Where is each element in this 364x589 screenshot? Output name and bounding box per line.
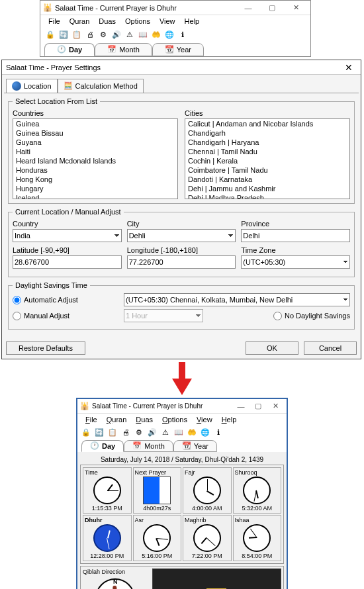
cell-value: 5:16:00 PM bbox=[142, 553, 172, 559]
list-item[interactable]: Dehi | Jammu and Kashmir bbox=[185, 184, 349, 193]
list-item[interactable]: Iceland bbox=[13, 193, 177, 199]
list-item[interactable]: Chandigarh | Haryana bbox=[185, 138, 349, 147]
book-icon[interactable]: 📖 bbox=[137, 28, 149, 40]
menu-options-2[interactable]: Options bbox=[158, 415, 191, 424]
info-icon-2[interactable]: ℹ bbox=[212, 426, 224, 438]
countries-listbox[interactable]: GuineaGuinea BissauGuyanaHaitiHeard Isla… bbox=[13, 118, 178, 199]
menu-duas-2[interactable]: Duas bbox=[132, 415, 157, 424]
province-input[interactable] bbox=[241, 229, 350, 242]
dst-none-radio-label[interactable]: No Daylight Savings bbox=[273, 312, 350, 320]
titlebar: 🕌 Salaat Time - Current Prayer is Dhuhr … bbox=[40, 1, 310, 15]
print-icon[interactable]: 🖨 bbox=[84, 28, 96, 40]
tab-month-2[interactable]: 📅Month bbox=[124, 440, 173, 452]
country-select[interactable]: India bbox=[13, 229, 122, 242]
list-item[interactable]: Cochin | Kerala bbox=[185, 156, 349, 165]
timezone-select[interactable]: (UTC+05:30) bbox=[241, 255, 350, 269]
tab-year[interactable]: 📆Year bbox=[152, 43, 204, 56]
globe-icon[interactable]: 🌐 bbox=[163, 28, 175, 40]
list-item[interactable]: Dandoti | Karnataka bbox=[185, 175, 349, 184]
list-item[interactable]: Hong Kong bbox=[13, 175, 177, 184]
minimize-button-2[interactable]: — bbox=[232, 400, 250, 413]
tab-day[interactable]: 🕐Day bbox=[44, 43, 95, 56]
restore-defaults-button[interactable]: Restore Defaults bbox=[6, 341, 85, 355]
refresh-icon[interactable]: 🔄 bbox=[58, 28, 69, 40]
list-item[interactable]: Hungary bbox=[13, 184, 177, 193]
list-item[interactable]: Honduras bbox=[13, 165, 177, 175]
menu-help-2[interactable]: Help bbox=[218, 415, 241, 424]
close-button[interactable]: ✕ bbox=[284, 1, 308, 15]
tab-month[interactable]: 📅Month bbox=[95, 43, 152, 56]
dst-manual-radio-label[interactable]: Manual Adjust bbox=[13, 312, 118, 320]
menu-file-2[interactable]: File bbox=[81, 415, 101, 424]
titlebar-2: 🕌 Salaat Time - Current Prayer is Dhuhr … bbox=[77, 399, 287, 414]
menu-file[interactable]: File bbox=[44, 17, 64, 26]
city-label: City bbox=[127, 220, 236, 228]
hands-icon-2[interactable]: 🤲 bbox=[186, 426, 198, 438]
list-item[interactable]: Chandigarh bbox=[185, 128, 349, 138]
lock-icon-2[interactable]: 🔒 bbox=[80, 426, 92, 438]
latitude-input[interactable] bbox=[13, 255, 122, 269]
audio-icon[interactable]: 🔊 bbox=[111, 28, 122, 40]
qiblah-panel: Qiblah Direction N S E W 266.52° Clockwi… bbox=[80, 566, 284, 589]
dst-auto-select[interactable]: (UTC+05:30) Chennai, Kolkata, Mumbai, Ne… bbox=[124, 293, 350, 306]
cancel-button[interactable]: Cancel bbox=[304, 341, 357, 355]
alert-icon[interactable]: ⚠ bbox=[124, 28, 136, 40]
refresh-icon-2[interactable]: 🔄 bbox=[93, 426, 105, 438]
book-icon-2[interactable]: 📖 bbox=[173, 426, 185, 438]
cities-label: Cities bbox=[185, 109, 350, 117]
minimize-button[interactable]: — bbox=[236, 1, 260, 15]
globe-icon-2[interactable]: 🌐 bbox=[199, 426, 211, 438]
maximize-button[interactable]: ▢ bbox=[260, 1, 284, 15]
menu-view[interactable]: View bbox=[156, 17, 179, 26]
list-item[interactable]: Dehi | Madhya Pradesh bbox=[185, 193, 349, 199]
settings-icon[interactable]: ⚙ bbox=[97, 28, 109, 40]
list-item[interactable]: Haiti bbox=[13, 147, 177, 156]
tab-day-2[interactable]: 🕐Day bbox=[81, 440, 124, 452]
menu-quran-2[interactable]: Quran bbox=[103, 415, 131, 424]
copy-icon[interactable]: 📋 bbox=[71, 28, 83, 40]
tab-calc-label: Calculation Method bbox=[75, 82, 138, 90]
toolbar: 🔒 🔄 📋 🖨 ⚙ 🔊 ⚠ 📖 🤲 🌐 ℹ bbox=[40, 27, 310, 42]
dst-auto-radio[interactable] bbox=[13, 296, 21, 304]
print-icon-2[interactable]: 🖨 bbox=[120, 426, 132, 438]
year-icon: 📆 bbox=[165, 45, 174, 54]
tab-calculation[interactable]: 🧮Calculation Method bbox=[58, 79, 144, 93]
prayer-grid: Time1:15:33 PMNext Prayer4h00m27sFajr4:0… bbox=[80, 465, 284, 564]
list-item[interactable]: Guinea Bissau bbox=[13, 128, 177, 138]
list-item[interactable]: Coimbatore | Tamil Nadu bbox=[185, 165, 349, 175]
hands-icon[interactable]: 🤲 bbox=[150, 28, 162, 40]
current-location-legend: Current Location / Manual Adjust bbox=[13, 208, 124, 216]
close-button-2[interactable]: ✕ bbox=[267, 400, 284, 413]
audio-icon-2[interactable]: 🔊 bbox=[146, 426, 158, 438]
dst-none-radio[interactable] bbox=[273, 312, 282, 320]
menu-duas[interactable]: Duas bbox=[95, 17, 120, 26]
longitude-input[interactable] bbox=[127, 255, 236, 269]
tab-year-label: Year bbox=[177, 46, 191, 54]
alert-icon-2[interactable]: ⚠ bbox=[159, 426, 171, 438]
settings-icon-2[interactable]: ⚙ bbox=[133, 426, 145, 438]
maximize-button-2[interactable]: ▢ bbox=[250, 400, 267, 413]
copy-icon-2[interactable]: 📋 bbox=[107, 426, 118, 438]
globe-icon bbox=[12, 81, 21, 91]
dialog-close-button[interactable]: ✕ bbox=[341, 61, 357, 74]
list-item[interactable]: Guyana bbox=[13, 138, 177, 147]
list-item[interactable]: Calicut | Andaman and Nicobar Islands bbox=[185, 119, 349, 128]
tab-year-2[interactable]: 📆Year bbox=[173, 440, 217, 452]
cities-listbox[interactable]: Calicut | Andaman and Nicobar IslandsCha… bbox=[185, 118, 350, 199]
list-item[interactable]: Guinea bbox=[13, 119, 177, 128]
list-item[interactable]: Heard Island Mcdonald Islands bbox=[13, 156, 177, 165]
ok-button[interactable]: OK bbox=[246, 341, 298, 355]
dst-auto-radio-label[interactable]: Automatic Adjust bbox=[13, 296, 118, 304]
dst-manual-radio[interactable] bbox=[13, 312, 21, 320]
list-item[interactable]: Chennai | Tamil Nadu bbox=[185, 147, 349, 156]
city-select[interactable]: Dehli bbox=[127, 229, 236, 242]
tab-location-label: Location bbox=[24, 82, 52, 90]
tab-location[interactable]: Location bbox=[6, 79, 58, 93]
qiblah-cell: Qiblah Direction N S E W 266.52° Clockwi… bbox=[83, 568, 148, 589]
lock-icon[interactable]: 🔒 bbox=[44, 28, 56, 40]
menu-options[interactable]: Options bbox=[121, 17, 154, 26]
menu-help[interactable]: Help bbox=[181, 17, 204, 26]
menu-quran[interactable]: Quran bbox=[66, 17, 94, 26]
menu-view-2[interactable]: View bbox=[193, 415, 216, 424]
info-icon[interactable]: ℹ bbox=[177, 28, 189, 40]
